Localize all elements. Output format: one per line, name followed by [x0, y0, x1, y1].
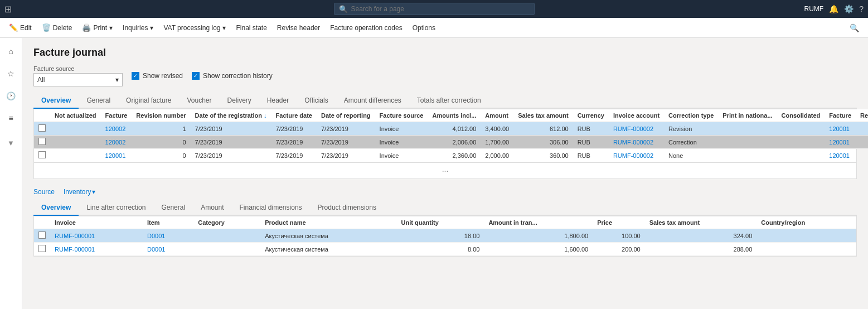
cell-print-national [718, 136, 777, 149]
cell-facture2[interactable]: 120001 [825, 122, 856, 136]
bcell-item[interactable]: D0001 [143, 243, 193, 256]
row-checkbox[interactable] [38, 124, 46, 132]
tab-totals-after-correction[interactable]: Totals after correction [409, 93, 489, 109]
revise-header-button[interactable]: Revise header [273, 22, 324, 34]
tab-voucher[interactable]: Voucher [179, 93, 219, 109]
source-link[interactable]: Source [33, 186, 55, 198]
bottom-tabs: Overview Line after correction General A… [33, 200, 857, 216]
col-revision-number[interactable]: Revision number [132, 109, 190, 122]
bcell-item[interactable]: D0001 [143, 229, 193, 243]
col-currency[interactable]: Currency [573, 109, 609, 122]
bcell-invoice[interactable]: RUMF-000001 [50, 243, 143, 256]
cmd-search-button[interactable]: 🔍 [845, 21, 864, 35]
col-revision-number2[interactable]: Revision number [856, 109, 868, 122]
tab-officials[interactable]: Officials [297, 93, 336, 109]
tab-general[interactable]: General [79, 93, 118, 109]
col-not-actualized: Not actualized [50, 109, 101, 122]
col-facture-date[interactable]: Facture date [271, 109, 317, 122]
cell-facture[interactable]: 120002 [101, 122, 132, 136]
facture-source-select[interactable]: All ▾ [33, 73, 123, 86]
notification-icon[interactable]: 🔔 [829, 4, 838, 13]
bcol-item[interactable]: Item [143, 216, 193, 229]
final-state-button[interactable]: Final state [231, 22, 271, 34]
bcol-invoice[interactable]: Invoice [50, 216, 143, 229]
tab-original-facture[interactable]: Original facture [118, 93, 179, 109]
cell-facture[interactable]: 120001 [101, 149, 132, 162]
col-date-registration[interactable]: Date of the registration [191, 109, 271, 122]
help-icon[interactable]: ? [859, 4, 864, 13]
cell-invoice-account[interactable]: RUMF-000002 [609, 122, 664, 136]
options-button[interactable]: Options [408, 22, 440, 34]
bcell-invoice[interactable]: RUMF-000001 [50, 229, 143, 243]
bottom-table-row[interactable]: RUMF-000001 D0001 Акустическая система 8… [34, 243, 856, 256]
row-checkbox[interactable] [38, 151, 46, 158]
bcol-amount-tran[interactable]: Amount in tran... [484, 216, 593, 229]
table-row[interactable]: 120001 0 7/23/2019 7/23/2019 7/23/2019 I… [34, 149, 868, 162]
col-amounts-incl[interactable]: Amounts incl... [428, 109, 481, 122]
bcol-sales-tax[interactable]: Sales tax amount [645, 216, 757, 229]
cell-invoice-account[interactable]: RUMF-000002 [609, 149, 664, 162]
cell-invoice-account[interactable]: RUMF-000002 [609, 136, 664, 149]
search-input[interactable] [351, 5, 530, 13]
btab-general[interactable]: General [153, 200, 193, 216]
col-facture2[interactable]: Facture [825, 109, 856, 122]
vat-log-button[interactable]: VAT processing log ▾ [159, 22, 230, 34]
search-bar[interactable]: 🔍 [334, 3, 535, 15]
col-consolidated[interactable]: Consolidated [777, 109, 825, 122]
show-correction-history-checkbox[interactable]: ✓ Show correction history [192, 72, 273, 80]
cell-facture[interactable]: 120002 [101, 136, 132, 149]
select-dropdown-icon: ▾ [115, 76, 119, 84]
delete-button[interactable]: 🗑️ Delete [37, 21, 77, 34]
bottom-table-row[interactable]: RUMF-000001 D0001 Акустическая система 1… [34, 229, 856, 243]
cell-consolidated [777, 149, 825, 162]
bcell-country [757, 229, 856, 243]
inventory-link[interactable]: Inventory ▾ [64, 188, 95, 196]
facture-op-codes-button[interactable]: Facture operation codes [326, 22, 406, 34]
bcell-price: 100.00 [593, 229, 645, 243]
btab-amount[interactable]: Amount [193, 200, 231, 216]
col-facture-source[interactable]: Facture source [375, 109, 428, 122]
cell-currency: RUB [573, 122, 609, 136]
btab-financial-dimensions[interactable]: Financial dimensions [232, 200, 310, 216]
filter-icon[interactable]: ▼ [2, 134, 20, 152]
col-date-of-reporting[interactable]: Date of reporting [317, 109, 375, 122]
sidebar-list-icon[interactable]: ≡ [2, 109, 20, 127]
cell-facture2[interactable]: 120001 [825, 149, 856, 162]
edit-button[interactable]: ✏️ Edit [4, 21, 36, 34]
show-revised-checkbox[interactable]: ✓ Show revised [132, 72, 183, 80]
sidebar-recent-icon[interactable]: 🕐 [2, 87, 20, 105]
btab-overview[interactable]: Overview [33, 200, 79, 216]
col-sales-tax-amount[interactable]: Sales tax amount [513, 109, 573, 122]
tab-amount-differences[interactable]: Amount differences [336, 93, 409, 109]
btab-line-after-correction[interactable]: Line after correction [79, 200, 153, 216]
bcol-unit-qty[interactable]: Unit quantity [397, 216, 484, 229]
col-invoice-account[interactable]: Invoice account [609, 109, 664, 122]
settings-icon[interactable]: ⚙️ [844, 4, 854, 13]
apps-icon[interactable]: ⊞ [4, 4, 12, 15]
col-amount[interactable]: Amount [481, 109, 513, 122]
tab-overview[interactable]: Overview [33, 93, 79, 109]
brow-checkbox[interactable] [38, 245, 46, 252]
col-print-national[interactable]: Print in nationa... [718, 109, 777, 122]
sidebar-star-icon[interactable]: ☆ [2, 65, 20, 83]
btab-product-dimensions[interactable]: Product dimensions [310, 200, 384, 216]
inquiries-button[interactable]: Inquiries ▾ [118, 22, 158, 34]
bcol-product-name[interactable]: Product name [260, 216, 396, 229]
col-correction-type[interactable]: Correction type [664, 109, 718, 122]
sidebar-home-icon[interactable]: ⌂ [2, 42, 20, 60]
bcol-category[interactable]: Category [193, 216, 260, 229]
tab-delivery[interactable]: Delivery [220, 93, 259, 109]
row-checkbox[interactable] [38, 138, 46, 145]
col-facture[interactable]: Facture [101, 109, 132, 122]
print-button[interactable]: 🖨️ Print ▾ [77, 21, 117, 34]
bcol-country[interactable]: Country/region [757, 216, 856, 229]
brow-checkbox[interactable] [38, 231, 46, 239]
cell-facture2[interactable]: 120001 [825, 136, 856, 149]
inquiries-dropdown-icon: ▾ [150, 24, 153, 32]
table-row[interactable]: 120002 1 7/23/2019 7/23/2019 7/23/2019 I… [34, 122, 868, 136]
cell-not-actualized [50, 122, 101, 136]
tab-header[interactable]: Header [259, 93, 297, 109]
bcol-price[interactable]: Price [593, 216, 645, 229]
bcell-unit-qty: 8.00 [397, 243, 484, 256]
table-row[interactable]: 120002 0 7/23/2019 7/23/2019 7/23/2019 I… [34, 136, 868, 149]
